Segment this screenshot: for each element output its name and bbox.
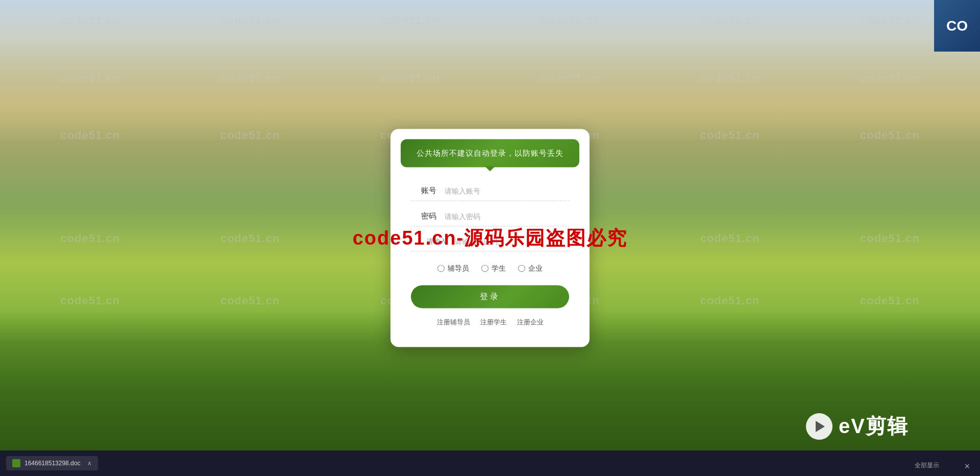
role-counselor-label: 辅导员 (448, 264, 469, 273)
login-card: 公共场所不建议自动登录，以防账号丢失 账号 密码 请输入 辅导员 学生 (390, 129, 590, 347)
login-button[interactable]: 登录 (411, 285, 569, 308)
login-form: 账号 密码 请输入 辅导员 学生 企业 (390, 168, 590, 327)
username-label: 账号 (411, 186, 436, 196)
role-enterprise-radio[interactable] (518, 265, 525, 272)
taskbar: 1646618513298.doc ∧ 全部显示 × (0, 450, 980, 476)
banner-text: 公共场所不建议自动登录，以防账号丢失 (416, 149, 564, 157)
register-counselor-link[interactable]: 注册辅导员 (437, 318, 470, 327)
taskbar-expand-button[interactable]: 全部显示 (915, 461, 939, 470)
ev-text: eV剪辑 (839, 412, 909, 440)
ev-play-icon (806, 413, 832, 440)
avatar-initials: CO (946, 18, 968, 34)
ev-logo: eV剪辑 (806, 412, 909, 440)
username-row: 账号 (411, 186, 569, 201)
role-student-label: 学生 (492, 264, 506, 273)
username-input[interactable] (445, 186, 569, 195)
role-student-radio[interactable] (481, 265, 488, 272)
role-student[interactable]: 学生 (481, 264, 506, 273)
role-counselor-radio[interactable] (437, 265, 445, 272)
register-enterprise-link[interactable]: 注册企业 (517, 318, 544, 327)
taskbar-doc-item[interactable]: 1646618513298.doc ∧ (6, 456, 98, 470)
password-input[interactable] (445, 212, 569, 220)
code-input[interactable] (455, 237, 569, 246)
register-links: 注册辅导员 注册学生 注册企业 (411, 318, 569, 327)
play-triangle (816, 421, 825, 432)
role-enterprise-label: 企业 (528, 264, 543, 273)
password-row: 密码 (411, 211, 569, 227)
role-radio-group: 辅导员 学生 企业 (411, 262, 569, 273)
card-banner: 公共场所不建议自动登录，以防账号丢失 (401, 139, 579, 168)
taskbar-doc-text: 1646618513298.doc (24, 460, 80, 467)
code-label: 请输入 (411, 237, 447, 246)
register-student-link[interactable]: 注册学生 (480, 318, 507, 327)
doc-icon (12, 459, 20, 467)
taskbar-close-button[interactable]: × (964, 461, 970, 472)
avatar: CO (934, 0, 980, 52)
role-enterprise[interactable]: 企业 (518, 264, 543, 273)
role-counselor[interactable]: 辅导员 (437, 264, 469, 273)
taskbar-chevron-icon: ∧ (87, 460, 92, 467)
password-label: 密码 (411, 211, 436, 221)
code-row: 请输入 (411, 237, 569, 252)
